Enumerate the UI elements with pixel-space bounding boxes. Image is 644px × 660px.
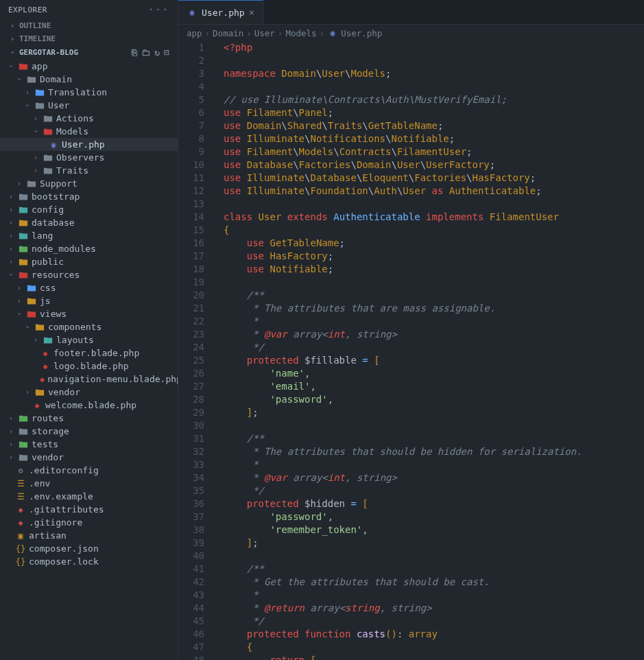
- tree-folder-actions[interactable]: › Actions: [0, 112, 178, 125]
- close-icon[interactable]: ×: [249, 7, 254, 18]
- tree-label: logo.blade.php: [53, 361, 129, 371]
- breadcrumb[interactable]: app› Domain› User› Models› ◉ User.php: [178, 25, 644, 41]
- git-file-icon: ◈: [15, 517, 26, 528]
- tree-folder-resources[interactable]: › resources: [0, 268, 178, 281]
- tree-folder-js[interactable]: › js: [0, 294, 178, 307]
- explorer-more-icon[interactable]: ···: [148, 4, 169, 15]
- breadcrumb-segment[interactable]: Models: [285, 28, 316, 38]
- breadcrumb-segment[interactable]: User: [254, 28, 275, 38]
- tree-file-composer-lock[interactable]: {} composer.lock: [0, 555, 178, 568]
- tab-user-php[interactable]: ◉ User.php ×: [178, 0, 263, 24]
- tree-folder-observers[interactable]: › Observers: [0, 151, 178, 164]
- tree-folder-translation[interactable]: › Translation: [0, 86, 178, 99]
- folder-icon: [18, 439, 29, 450]
- chevron-right-icon: ›: [15, 284, 23, 292]
- tree-file-gitignore[interactable]: ◈ .gitignore: [0, 516, 178, 529]
- timeline-section[interactable]: › TIMELINE: [0, 32, 178, 45]
- tree-folder-lang[interactable]: › lang: [0, 229, 178, 242]
- folder-icon: [18, 231, 29, 241]
- tree-label: .gitignore: [29, 517, 82, 528]
- tree-folder-user[interactable]: › User: [0, 99, 178, 112]
- tree-file-editorconfig[interactable]: ⚙ .editorconfig: [0, 464, 178, 477]
- folder-icon: [34, 100, 45, 111]
- tree-folder-vendor-views[interactable]: › vendor: [0, 386, 178, 399]
- tree-folder-routes[interactable]: › routes: [0, 412, 178, 425]
- tree-folder-node-modules[interactable]: › node_modules: [0, 242, 178, 255]
- tree-folder-tests[interactable]: › tests: [0, 438, 178, 451]
- breadcrumb-segment[interactable]: User.php: [341, 28, 382, 38]
- tree-folder-components[interactable]: › components: [0, 320, 178, 333]
- tree-folder-bootstrap[interactable]: › bootstrap: [0, 190, 178, 203]
- tree-file-artisan[interactable]: ▣ artisan: [0, 529, 178, 542]
- folder-icon: [18, 244, 29, 255]
- project-section[interactable]: › GERGOTAR-BLOG ⎘ 🗀 ↻ ⊟: [0, 45, 178, 60]
- collapse-icon[interactable]: ⊟: [164, 47, 169, 58]
- chevron-right-icon: ›: [32, 336, 40, 344]
- code-editor[interactable]: 1234567891011121314151617181920212223242…: [178, 41, 644, 660]
- tree-folder-traits[interactable]: › Traits: [0, 164, 178, 177]
- tree-folder-database[interactable]: › database: [0, 216, 178, 229]
- tree-label: lang: [32, 231, 53, 241]
- chevron-right-icon: ›: [32, 154, 40, 161]
- tree-label: js: [40, 296, 51, 306]
- tree-folder-config[interactable]: › config: [0, 203, 178, 216]
- tree-file-env[interactable]: ☰ .env: [0, 477, 178, 490]
- chevron-right-icon: ›: [7, 453, 15, 461]
- tree-file-composer-json[interactable]: {} composer.json: [0, 542, 178, 555]
- tree-folder-models[interactable]: › Models: [0, 125, 178, 138]
- folder-icon: [18, 257, 29, 268]
- folder-icon: [26, 74, 37, 85]
- json-file-icon: {}: [15, 543, 26, 554]
- tree-file-navmenu[interactable]: ◆ navigation-menu.blade.php: [0, 373, 178, 386]
- chevron-right-icon: ›: [32, 167, 40, 174]
- explorer-sidebar: EXPLORER ··· › OUTLINE › TIMELINE › GERG…: [0, 0, 178, 660]
- tree-label: Observers: [56, 152, 104, 163]
- tree-label: navigation-menu.blade.php: [47, 374, 178, 384]
- tree-file-welcome[interactable]: ◆ welcome.blade.php: [0, 399, 178, 412]
- outline-section[interactable]: › OUTLINE: [0, 19, 178, 32]
- tree-folder-views[interactable]: › views: [0, 307, 178, 320]
- refresh-icon[interactable]: ↻: [154, 47, 160, 58]
- tree-label: artisan: [29, 530, 67, 541]
- blade-file-icon: ◆: [40, 361, 51, 372]
- tree-file-gitattributes[interactable]: ◈ .gitattributes: [0, 503, 178, 516]
- chevron-right-icon: ›: [32, 115, 40, 122]
- tree-folder-vendor[interactable]: › vendor: [0, 451, 178, 464]
- tree-folder-css[interactable]: › css: [0, 281, 178, 294]
- new-folder-icon[interactable]: 🗀: [141, 47, 150, 58]
- tree-file-env-example[interactable]: ☰ .env.example: [0, 490, 178, 503]
- file-tree: › app › Domain › Translation › User ›: [0, 60, 178, 660]
- tree-folder-app[interactable]: › app: [0, 60, 178, 73]
- folder-icon: [43, 126, 53, 137]
- tree-folder-support[interactable]: › Support: [0, 177, 178, 190]
- tree-file-logo[interactable]: ◆ logo.blade.php: [0, 360, 178, 373]
- chevron-down-icon: ›: [8, 62, 15, 71]
- tree-folder-storage[interactable]: › storage: [0, 425, 178, 438]
- chevron-down-icon: ›: [16, 310, 23, 318]
- folder-icon: [26, 178, 37, 189]
- breadcrumb-segment[interactable]: app: [187, 28, 202, 38]
- tree-label: Domain: [40, 74, 72, 84]
- tree-label: bootstrap: [32, 191, 80, 202]
- php-file-icon: ◉: [48, 139, 59, 150]
- chevron-right-icon: ›: [8, 35, 16, 43]
- breadcrumb-segment[interactable]: Domain: [213, 28, 243, 38]
- outline-label: OUTLINE: [19, 21, 51, 30]
- tree-folder-domain[interactable]: › Domain: [0, 73, 178, 86]
- tree-file-footer[interactable]: ◆ footer.blade.php: [0, 346, 178, 360]
- chevron-down-icon: ›: [32, 128, 40, 136]
- tree-label: app: [32, 61, 47, 71]
- timeline-label: TIMELINE: [19, 34, 56, 43]
- tree-file-user-php[interactable]: ◉ User.php: [0, 138, 178, 151]
- chevron-right-icon: ›: [8, 22, 16, 30]
- tree-folder-public[interactable]: › public: [0, 255, 178, 268]
- code-content[interactable]: <?php namespace Domain\User\Models; // u…: [213, 41, 644, 660]
- blade-file-icon: ◆: [40, 348, 51, 359]
- tree-label: Actions: [56, 113, 94, 123]
- tree-label: .env.example: [29, 491, 93, 502]
- folder-icon: [18, 191, 29, 202]
- new-file-icon[interactable]: ⎘: [132, 47, 137, 58]
- tree-folder-layouts[interactable]: › layouts: [0, 333, 178, 346]
- tree-label: routes: [32, 413, 64, 423]
- folder-icon: [18, 452, 29, 463]
